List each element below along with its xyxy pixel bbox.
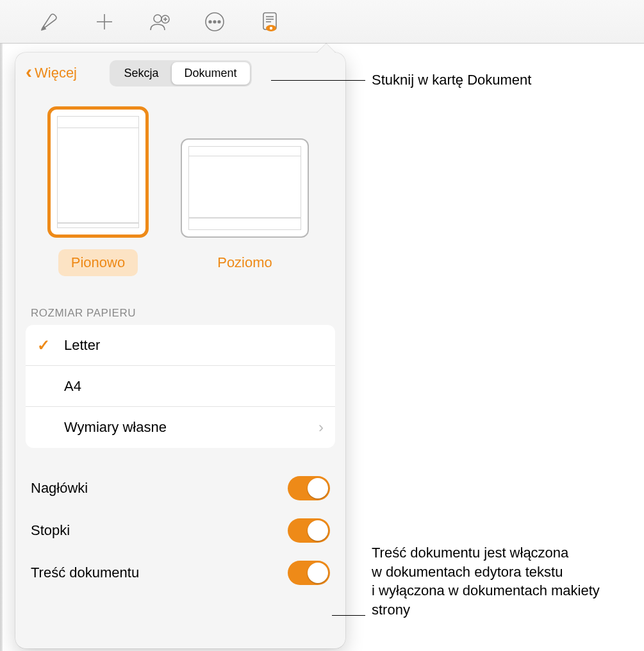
svg-point-2	[154, 15, 161, 22]
toggle-row-headers: Nagłówki	[31, 467, 330, 509]
callout-body-text: Treść dokumentu jest włączona w dokument…	[372, 543, 634, 620]
switch-headers[interactable]	[288, 476, 330, 500]
landscape-thumbnail	[181, 138, 309, 238]
person-add-icon[interactable]	[145, 8, 174, 36]
svg-point-8	[213, 21, 216, 23]
format-brush-icon[interactable]	[35, 8, 63, 36]
toolbar	[0, 0, 644, 44]
back-label: Więcej	[35, 65, 77, 81]
document-preview-icon[interactable]	[256, 8, 284, 36]
callout-tap-document: Stuknij w kartę Dokument	[372, 70, 531, 90]
orientation-landscape[interactable]: Poziomo	[181, 138, 309, 276]
toggle-label: Stopki	[31, 522, 70, 539]
paper-size-list: ✓ Letter A4 Wymiary własne ›	[26, 325, 335, 448]
row-label: A4	[64, 378, 324, 395]
paper-size-header: ROZMIAR PAPIERU	[15, 281, 345, 325]
row-label: Letter	[64, 337, 324, 354]
tab-document[interactable]: Dokument	[171, 62, 249, 85]
more-circle-icon[interactable]	[201, 8, 229, 36]
orientation-portrait[interactable]: Pionowo	[47, 106, 149, 276]
checkmark-icon: ✓	[37, 336, 64, 354]
plus-icon[interactable]	[90, 8, 119, 36]
orientation-picker: Pionowo Poziomo	[15, 94, 345, 281]
row-label: Wymiary własne	[64, 419, 318, 436]
switch-footers[interactable]	[288, 518, 330, 543]
toggle-label: Nagłówki	[31, 480, 88, 497]
landscape-label: Poziomo	[204, 249, 285, 276]
paper-size-custom[interactable]: Wymiary własne ›	[26, 407, 335, 448]
toggle-row-footers: Stopki	[31, 509, 330, 552]
svg-point-9	[218, 21, 220, 23]
section-document-tabs: Sekcja Dokument	[109, 60, 251, 87]
popover-arrow	[317, 44, 336, 53]
document-options-popover: ‹ Więcej Sekcja Dokument Pionowo Poziomo…	[15, 53, 345, 648]
switch-body[interactable]	[288, 561, 330, 585]
portrait-thumbnail	[47, 106, 149, 238]
paper-size-letter[interactable]: ✓ Letter	[26, 325, 335, 366]
chevron-left-icon: ‹	[26, 62, 32, 81]
svg-point-7	[209, 21, 211, 23]
paper-size-a4[interactable]: A4	[26, 366, 335, 407]
callout-line	[332, 615, 365, 616]
window-edge	[0, 44, 3, 651]
chevron-right-icon: ›	[318, 418, 324, 436]
document-toggles: Nagłówki Stopki Treść dokumentu	[15, 448, 345, 594]
back-button[interactable]: ‹ Więcej	[26, 63, 77, 83]
portrait-label: Pionowo	[58, 249, 138, 276]
popover-header: ‹ Więcej Sekcja Dokument	[15, 53, 345, 94]
tab-section[interactable]: Sekcja	[111, 62, 171, 85]
svg-point-15	[270, 26, 272, 29]
callout-line	[271, 80, 365, 81]
toggle-row-body: Treść dokumentu	[31, 552, 330, 594]
toggle-label: Treść dokumentu	[31, 564, 139, 581]
